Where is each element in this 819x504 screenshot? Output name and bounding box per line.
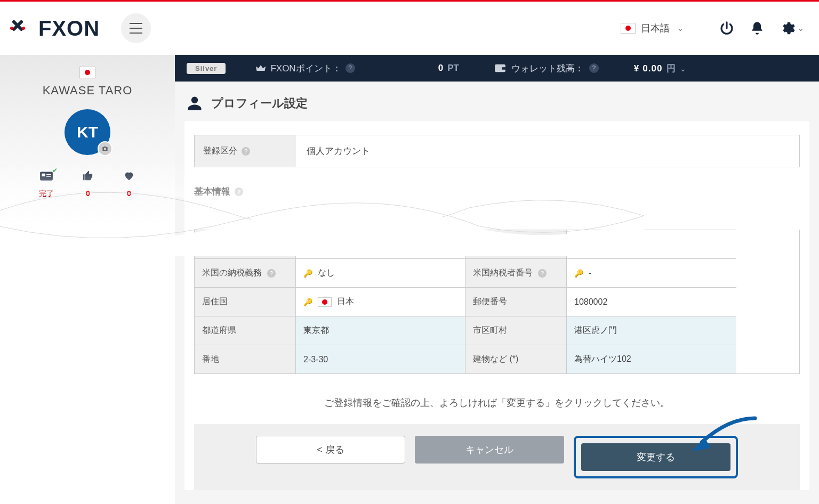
- lock-icon: 🔑: [574, 269, 583, 278]
- city-value: 港区虎ノ門: [567, 316, 736, 345]
- help-icon[interactable]: ?: [538, 269, 547, 278]
- dob-label: 生年月日: [465, 230, 567, 258]
- stat-likes[interactable]: 0: [82, 170, 94, 199]
- lock-icon: 🔑: [303, 240, 312, 249]
- content: Silver FXONポイント： ? 0 PT ウォレット残高： ? ¥ 0.0…: [175, 55, 819, 504]
- balance-value: 0.00: [643, 63, 662, 74]
- status-bar: Silver FXONポイント： ? 0 PT ウォレット残高： ? ¥ 0.0…: [175, 55, 819, 82]
- heart-icon: [122, 170, 136, 184]
- id-card-icon: [39, 170, 53, 184]
- balance-symbol: ¥: [634, 63, 639, 74]
- info-table: 性別 🔑男性 生年月日 🔑1980.01.01 米国の納税義務 ? 🔑なし 米国…: [194, 230, 800, 374]
- settings-gear-icon[interactable]: ⌄: [780, 20, 804, 36]
- country-value: 日本: [337, 296, 354, 307]
- gender-label: 性別: [195, 230, 296, 258]
- zip-value: 1080002: [567, 287, 736, 316]
- ustax-label: 米国の納税義務: [202, 267, 262, 279]
- back-button[interactable]: < 戻る: [256, 436, 405, 464]
- camera-icon[interactable]: [98, 141, 113, 156]
- wallet-icon: [494, 63, 506, 73]
- japan-flag-icon: [621, 23, 636, 34]
- svg-rect-5: [46, 176, 51, 177]
- thumbs-up-icon: [82, 170, 94, 184]
- stat-likes-count: 0: [86, 189, 90, 198]
- button-bar: < 戻る キャンセル 変更する: [194, 424, 800, 490]
- lock-icon: 🔑: [303, 269, 312, 278]
- city-label: 市区町村: [465, 316, 567, 345]
- sidebar: KAWASE TARO KT 完了 0: [0, 55, 175, 504]
- addr-label: 番地: [195, 345, 296, 373]
- brand-mark-icon: [10, 18, 35, 39]
- points-unit: PT: [447, 63, 459, 74]
- brand-text: FXON: [38, 17, 100, 40]
- page-title: プロフィール設定: [175, 82, 819, 121]
- dob-value: 1980.01.01: [589, 240, 631, 249]
- submit-highlight-frame: 変更する: [574, 436, 738, 478]
- balance-unit: 円: [667, 62, 676, 75]
- wallet-label: ウォレット残高： ?: [494, 62, 599, 75]
- profile-card: 登録区分 ? 個人アカウント 基本情報 ? 性別 🔑男性 生年月日 🔑1980.…: [184, 121, 809, 490]
- avatar[interactable]: KT: [65, 109, 110, 155]
- cancel-button[interactable]: キャンセル: [415, 436, 564, 464]
- bldg-value: 為替ハイツ102: [567, 345, 736, 373]
- addr-value: 2-3-30: [296, 345, 465, 373]
- points-label: FXONポイント： ?: [255, 62, 355, 75]
- language-label: 日本語: [641, 22, 670, 35]
- svg-rect-4: [46, 174, 51, 175]
- language-selector[interactable]: 日本語 ⌄: [621, 22, 684, 35]
- bell-icon[interactable]: [750, 21, 765, 36]
- help-icon[interactable]: ?: [235, 188, 243, 196]
- usid-label: 米国納税者番号: [473, 267, 533, 279]
- lock-icon: 🔑: [574, 240, 583, 249]
- gender-value: 男性: [318, 239, 335, 250]
- user-name: KAWASE TARO: [43, 84, 133, 97]
- help-icon[interactable]: ?: [589, 63, 599, 73]
- chevron-down-icon: ⌄: [677, 24, 684, 32]
- pref-value: 東京都: [296, 316, 465, 345]
- svg-rect-7: [502, 67, 505, 70]
- header: FXON 日本語 ⌄ ⌄: [0, 2, 819, 55]
- points-value: 0: [438, 63, 444, 74]
- user-country-flag: [79, 67, 95, 78]
- person-icon: [187, 95, 203, 111]
- reg-value: 個人アカウント: [296, 135, 799, 167]
- reg-label: 登録区分: [203, 145, 237, 157]
- stat-verified-label: 完了: [39, 189, 54, 199]
- menu-toggle[interactable]: [121, 13, 151, 43]
- power-icon[interactable]: [719, 20, 735, 36]
- svg-point-0: [10, 27, 13, 30]
- brand-logo[interactable]: FXON: [10, 17, 100, 40]
- chevron-down-icon: ⌄: [798, 24, 804, 32]
- registration-type-row: 登録区分 ? 個人アカウント: [194, 135, 800, 167]
- help-icon[interactable]: ?: [346, 63, 355, 73]
- svg-rect-3: [42, 174, 45, 176]
- confirm-instruction: ご登録情報をご確認の上、よろしければ「変更する」をクリックしてください。: [194, 396, 800, 409]
- bldg-label: 建物など (*): [465, 345, 567, 373]
- sidebar-stats: 完了 0 0: [39, 170, 136, 199]
- pref-label: 都道府県: [195, 316, 296, 345]
- basic-info-heading: 基本情報 ?: [194, 185, 800, 198]
- tier-badge: Silver: [187, 63, 226, 74]
- stat-fav-count: 0: [127, 189, 131, 198]
- help-icon[interactable]: ?: [267, 269, 276, 278]
- country-label: 居住国: [195, 287, 296, 316]
- help-icon[interactable]: ?: [242, 147, 250, 156]
- chevron-down-icon[interactable]: ⌄: [680, 64, 686, 73]
- crown-icon: [255, 63, 266, 73]
- usid-value: -: [589, 269, 591, 278]
- submit-button[interactable]: 変更する: [581, 443, 730, 471]
- japan-flag-icon: [318, 297, 332, 307]
- ustax-value: なし: [318, 267, 335, 279]
- zip-label: 郵便番号: [465, 287, 567, 316]
- svg-point-1: [22, 27, 25, 30]
- lock-icon: 🔑: [303, 298, 312, 306]
- stat-verified[interactable]: 完了: [39, 170, 54, 199]
- stat-favorites[interactable]: 0: [122, 170, 136, 199]
